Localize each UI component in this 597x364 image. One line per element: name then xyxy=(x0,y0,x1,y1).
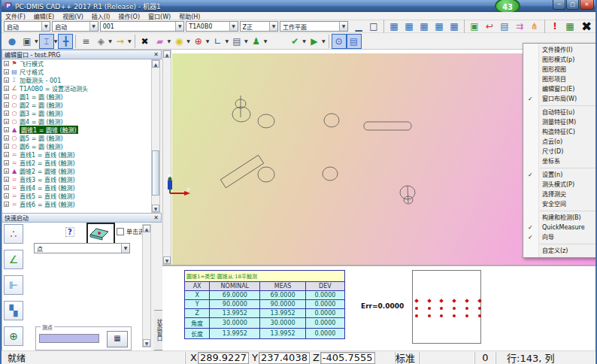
target-feature-icon[interactable]: ⊕ xyxy=(191,34,206,49)
tree-item[interactable]: +○圆3 = 圆 (触测) xyxy=(2,109,151,117)
scroll-up-icon[interactable]: ▲ xyxy=(143,225,150,232)
goto-arrow-icon[interactable]: → xyxy=(113,34,128,49)
probe-sphere-icon[interactable]: ● xyxy=(5,34,20,49)
context-menu-item[interactable]: 构造特征(C) xyxy=(523,127,597,137)
qs-report-icon[interactable]: ▚ xyxy=(4,301,23,320)
expand-icon[interactable]: + xyxy=(4,69,9,74)
feature-id-icon[interactable]: ⊙ xyxy=(332,34,347,49)
analysis-window-icon[interactable]: ▦ xyxy=(447,19,462,34)
chevron-down-icon[interactable]: ▼ xyxy=(229,22,238,31)
expand-icon[interactable]: + xyxy=(4,127,9,132)
checkbox-box[interactable] xyxy=(117,228,124,235)
context-menu-item[interactable]: ✓QuickMeasure xyxy=(523,223,597,232)
tree-item[interactable]: +○圆4 = 圆 (触测) xyxy=(2,117,151,126)
preview-window-icon[interactable]: ▦ xyxy=(432,19,447,34)
tools-icon[interactable]: ✖ xyxy=(138,34,153,49)
close-button[interactable]: ✕ xyxy=(580,0,594,10)
workplane-combo[interactable]: 工作平面▼ xyxy=(280,21,348,32)
tree-item[interactable]: +○圆5 = 圆 (触测) xyxy=(2,134,151,142)
qs-axes-icon[interactable]: ∠ xyxy=(4,250,23,269)
measured-point-field[interactable] xyxy=(39,334,99,343)
view-combo[interactable]: Z正▼ xyxy=(240,21,278,32)
toolbox-icon[interactable]: ✖ xyxy=(577,19,595,34)
quickstart-close-icon[interactable]: ✕ xyxy=(153,214,159,221)
comment-icon[interactable]: ≡ xyxy=(78,34,93,49)
expand-icon[interactable]: + xyxy=(4,61,9,66)
expand-icon[interactable]: + xyxy=(4,168,9,174)
window-layout-icon[interactable]: ▤ xyxy=(347,34,362,49)
context-menu-item[interactable]: 尺寸(D) xyxy=(523,147,597,156)
menu-item[interactable]: 视图(V) xyxy=(62,12,83,20)
alignment-icon[interactable]: ∟ xyxy=(210,34,225,49)
tree-item[interactable]: +○圆1 = 圆 (触测) xyxy=(2,93,151,101)
context-menu-item[interactable]: 图形项目 xyxy=(523,74,597,84)
chevron-down-icon[interactable]: ▼ xyxy=(128,38,132,44)
new-window-icon[interactable]: □ xyxy=(366,19,381,34)
graph-window-button[interactable]: ▦ xyxy=(107,331,128,347)
chevron-down-icon[interactable]: ▼ xyxy=(54,38,58,44)
chevron-down-icon[interactable]: ▼ xyxy=(121,244,129,253)
chevron-down-icon[interactable]: ▼ xyxy=(206,38,210,44)
chevron-down-icon[interactable]: ▼ xyxy=(186,38,190,44)
chevron-down-icon[interactable]: ▼ xyxy=(175,22,183,31)
expand-icon[interactable]: + xyxy=(4,152,9,157)
excel-export-icon[interactable]: ▦ xyxy=(562,19,577,34)
menu-item[interactable]: 编辑(E) xyxy=(34,12,54,20)
expand-icon[interactable]: + xyxy=(4,94,9,99)
minimize-windows-icon[interactable]: ▁ xyxy=(351,19,366,34)
tree-item[interactable]: +⌶加载测头 - 001 xyxy=(2,76,151,84)
context-menu-item[interactable]: 构建和检测(B) xyxy=(523,213,597,223)
chevron-down-icon[interactable]: ▼ xyxy=(302,38,306,44)
expand-icon[interactable]: + xyxy=(4,160,9,165)
tree-item[interactable]: +∠T1A0B0 = 设置活动测头 xyxy=(2,84,151,93)
circle-feature-icon[interactable]: ◉ xyxy=(171,34,186,49)
context-menu-item[interactable]: 图形模式(p) xyxy=(523,55,597,65)
tree-item[interactable]: +○圆6 = 圆 (触测) xyxy=(2,142,151,150)
tree-scrollbar[interactable]: ▲ ▼ xyxy=(151,59,160,213)
context-menu-item[interactable]: 编辑窗口(E) xyxy=(523,84,597,94)
chevron-down-icon[interactable]: ▼ xyxy=(269,22,277,31)
scroll-up-icon[interactable]: ▲ xyxy=(152,60,159,68)
chevron-down-icon[interactable]: ▼ xyxy=(168,38,171,44)
feature-type-combo[interactable]: 点 ▼ xyxy=(34,243,130,253)
maximize-button[interactable]: ▢ xyxy=(566,0,579,10)
tree-item[interactable]: +=直线1 = 直线 (触测) xyxy=(2,150,151,159)
alert-icon[interactable]: ! xyxy=(547,19,562,34)
menu-item[interactable]: 操作(O) xyxy=(118,12,140,20)
tree-item[interactable]: +▲圆锥2 = 圆锥 (触测) xyxy=(2,167,151,175)
expand-icon[interactable]: + xyxy=(4,144,9,149)
context-menu-item[interactable]: ✓设置(n) xyxy=(523,170,597,180)
marked-sets-icon[interactable]: ⇉ xyxy=(512,19,527,34)
qs-target-icon[interactable]: ⊕ xyxy=(4,326,23,346)
expand-icon[interactable]: + xyxy=(4,202,9,207)
expand-icon[interactable]: + xyxy=(4,135,9,141)
context-menu-item[interactable]: 测量特征(M) xyxy=(523,117,597,127)
menu-item[interactable]: 帮助(H) xyxy=(179,12,200,20)
execute-icon[interactable]: ▶ xyxy=(307,34,322,49)
expand-icon[interactable]: + xyxy=(4,177,9,182)
expand-icon[interactable]: + xyxy=(4,77,9,83)
tip-combo[interactable]: T1A0B0▼ xyxy=(186,21,238,32)
view-cube-icon[interactable]: ▣ xyxy=(20,34,35,49)
context-menu-item[interactable]: 坐标系 xyxy=(523,156,597,166)
context-menu-item[interactable]: 选择测尖 xyxy=(523,190,597,199)
context-menu-item[interactable]: 自动特征(u) xyxy=(523,108,597,117)
program-docs-icon[interactable]: ▤ xyxy=(229,34,244,49)
tree-item[interactable]: +▤尺寸格式 xyxy=(2,68,151,76)
context-menu-item[interactable]: 测头模式(P) xyxy=(523,180,597,190)
expand-icon[interactable]: + xyxy=(4,119,9,124)
scroll-down-icon[interactable]: ▼ xyxy=(152,205,159,212)
probe-file-combo[interactable]: 001▼ xyxy=(100,21,185,32)
chevron-down-icon[interactable]: ▼ xyxy=(322,38,326,44)
wireframe-box-icon[interactable]: ◈ xyxy=(93,34,108,49)
probe-icon[interactable]: ⌶ xyxy=(39,34,54,49)
chevron-down-icon[interactable]: ▼ xyxy=(41,22,50,31)
help-icon[interactable]: ? xyxy=(65,227,74,237)
tree-item[interactable]: +=直线4 = 直线 (触测) xyxy=(2,184,151,192)
check-dimension-icon[interactable]: ✔ xyxy=(287,34,302,49)
path-lines-icon[interactable]: ↩ xyxy=(482,19,497,34)
expand-icon[interactable]: + xyxy=(4,185,9,190)
tree-item[interactable]: +=直线5 = 直线 (触测) xyxy=(2,192,151,200)
program-form-icon[interactable]: ▤ xyxy=(497,19,512,34)
expand-icon[interactable]: + xyxy=(4,111,9,116)
